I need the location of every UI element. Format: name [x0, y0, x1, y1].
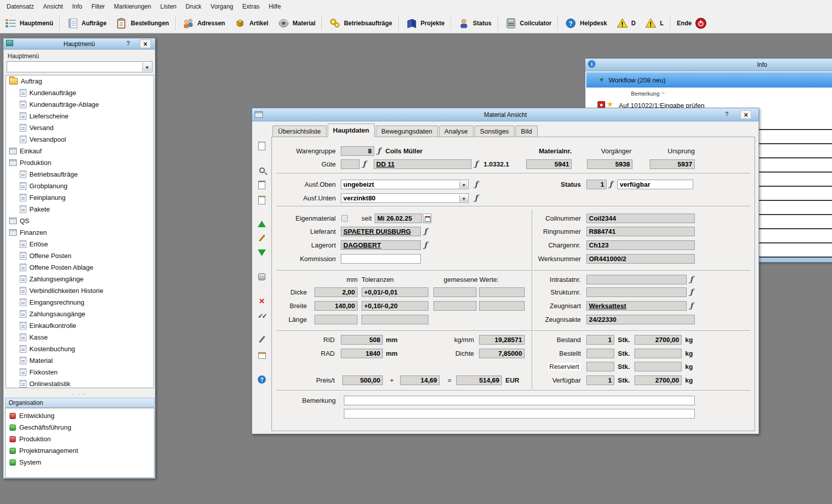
preis-field[interactable]: 500,00: [342, 375, 383, 385]
toolbar-betriebsauftraege-button[interactable]: Betriebsaufträge: [324, 13, 397, 33]
menu-item[interactable]: Listen: [155, 1, 181, 13]
edit-pencil-icon[interactable]: [256, 232, 267, 243]
status-field[interactable]: 1: [586, 180, 607, 189]
warengruppe-field[interactable]: 8: [341, 146, 374, 156]
tree-item[interactable]: Onlinestatistik: [6, 378, 153, 388]
tree-item[interactable]: QS: [6, 215, 153, 227]
toolbar-ende-button[interactable]: Ende: [672, 13, 711, 33]
calendar-icon[interactable]: [423, 214, 431, 223]
menu-item[interactable]: Markierungen: [109, 1, 155, 13]
lookup-icon[interactable]: [474, 193, 482, 202]
laenge-toleranz-field[interactable]: [362, 315, 428, 324]
lookup-icon[interactable]: [690, 275, 697, 284]
toolbar-l-warning-button[interactable]: L: [640, 13, 668, 33]
bemerkung-field-1[interactable]: [344, 396, 695, 405]
ringnummer-field[interactable]: R884741: [586, 227, 695, 236]
menu-item[interactable]: Info: [67, 1, 87, 13]
toolbar-artikel-button[interactable]: Artikel: [229, 13, 272, 33]
help-icon[interactable]: ?: [256, 374, 267, 385]
workflow-row[interactable]: ▼ Workflow (208 neu): [586, 72, 832, 88]
card-view-icon[interactable]: [256, 350, 267, 361]
menu-item[interactable]: Hilfe: [264, 1, 286, 13]
organisation-item[interactable]: Entwicklung: [6, 410, 154, 422]
bestand-stk-field[interactable]: 1: [586, 335, 614, 345]
lookup-icon[interactable]: [609, 180, 616, 189]
checklist-icon[interactable]: [256, 179, 267, 190]
menu-item[interactable]: Druck: [181, 1, 206, 13]
dicke-field[interactable]: 2,00: [314, 287, 358, 297]
tree-item[interactable]: Auftrag: [6, 75, 153, 87]
tree-item[interactable]: Einkaufkontrolle: [6, 320, 153, 331]
toolbar-adressen-button[interactable]: Adressen: [178, 13, 230, 33]
ursprung-field[interactable]: 5937: [650, 159, 695, 169]
lagerort-field[interactable]: DAGOBERT: [341, 240, 421, 250]
edit-form-icon[interactable]: [256, 194, 267, 205]
toolbar-coilculator-button[interactable]: Coilculator: [500, 13, 557, 33]
chargennr-field[interactable]: Ch123: [586, 240, 695, 250]
dicke-toleranz-field[interactable]: +0,01/-0,01: [362, 287, 428, 297]
new-document-icon[interactable]: [256, 140, 267, 151]
tree-item[interactable]: Pakete: [6, 203, 153, 215]
verfuegbar-stk-field[interactable]: 1: [586, 375, 614, 385]
menu-item[interactable]: Ansicht: [38, 1, 67, 13]
tree-item[interactable]: Grobplanung: [6, 180, 153, 192]
lookup-icon[interactable]: [690, 301, 697, 310]
dichte-field[interactable]: 7,85000: [479, 349, 525, 358]
status-text-field[interactable]: verfügbar: [617, 180, 693, 189]
lookup-icon[interactable]: [424, 227, 431, 236]
toolbar-auftraege-button[interactable]: Aufträge: [62, 13, 111, 33]
tree-item[interactable]: Fixkosten: [6, 366, 153, 378]
tree-item[interactable]: Lieferscheine: [6, 110, 153, 122]
menu-item[interactable]: Vorgang: [206, 1, 238, 13]
organisation-item[interactable]: Projektmanagement: [6, 445, 154, 456]
materialnr-field[interactable]: 5941: [526, 159, 572, 169]
organisation-item[interactable]: Geschäftsführung: [6, 422, 154, 433]
bestellt-kg-field[interactable]: [635, 349, 682, 358]
reserviert-stk-field[interactable]: [586, 362, 614, 371]
lookup-icon[interactable]: [474, 180, 482, 189]
tree-item[interactable]: Zahlungseingänge: [6, 273, 153, 285]
bestellt-stk-field[interactable]: [586, 349, 614, 358]
kommission-field[interactable]: [341, 254, 421, 264]
move-up-icon[interactable]: [256, 218, 267, 229]
guete-field[interactable]: DD 11: [374, 159, 471, 169]
move-down-icon[interactable]: [256, 247, 267, 258]
ausf-unten-select[interactable]: verzinkt80: [341, 193, 469, 203]
close-button[interactable]: [740, 110, 751, 119]
tree-item[interactable]: Finanzen: [6, 227, 153, 238]
cancel-icon[interactable]: ×: [256, 296, 267, 307]
breite-field[interactable]: 140,00: [314, 301, 358, 311]
close-button[interactable]: [140, 39, 151, 48]
ausf-oben-select[interactable]: ungebeizt: [341, 180, 469, 189]
rad-field[interactable]: 1840: [341, 349, 383, 358]
tree-item[interactable]: Feinplanung: [6, 192, 153, 203]
organisation-item[interactable]: Produktion: [6, 433, 154, 445]
vorgaenger-field[interactable]: 5938: [587, 159, 632, 169]
help-button[interactable]: ?: [123, 39, 134, 48]
tree-item[interactable]: Kundenaufträge-Ablage: [6, 99, 153, 110]
toolbar-hauptmenu-button[interactable]: Hauptmenü: [0, 13, 58, 33]
gesamtpreis-field[interactable]: 514,69: [456, 375, 502, 385]
menu-item[interactable]: Datensatz: [2, 1, 38, 13]
lookup-icon[interactable]: [377, 146, 384, 155]
toolbar-d-warning-button[interactable]: D: [612, 13, 641, 33]
kgmm-field[interactable]: 19,28571: [479, 335, 525, 345]
zuschlag-field[interactable]: 14,69: [400, 375, 440, 385]
tree-item[interactable]: Versandpool: [6, 134, 153, 145]
breite-messwert1-field[interactable]: [433, 301, 477, 311]
splitter-grip[interactable]: [4, 389, 155, 396]
toolbar-projekte-button[interactable]: Projekte: [401, 13, 449, 33]
tree-item[interactable]: Offene Posten: [6, 250, 153, 262]
toolbar-helpdesk-button[interactable]: ? Helpdesk: [560, 13, 611, 33]
tab[interactable]: Bewegungsdaten: [376, 125, 438, 137]
tree-item[interactable]: Produktion: [6, 157, 153, 169]
bestand-kg-field[interactable]: 2700,00: [635, 335, 682, 345]
toolbar-material-button[interactable]: Material: [273, 13, 320, 33]
tree-item[interactable]: Verbindlichkeiten Historie: [6, 285, 153, 297]
tree-item[interactable]: Erlöse: [6, 238, 153, 250]
tree-item[interactable]: Offene Posten Ablage: [6, 262, 153, 273]
laenge-field[interactable]: [314, 315, 358, 324]
guete-code-field[interactable]: [341, 159, 360, 169]
organisation-item[interactable]: System: [6, 456, 154, 468]
search-icon[interactable]: [256, 164, 267, 176]
